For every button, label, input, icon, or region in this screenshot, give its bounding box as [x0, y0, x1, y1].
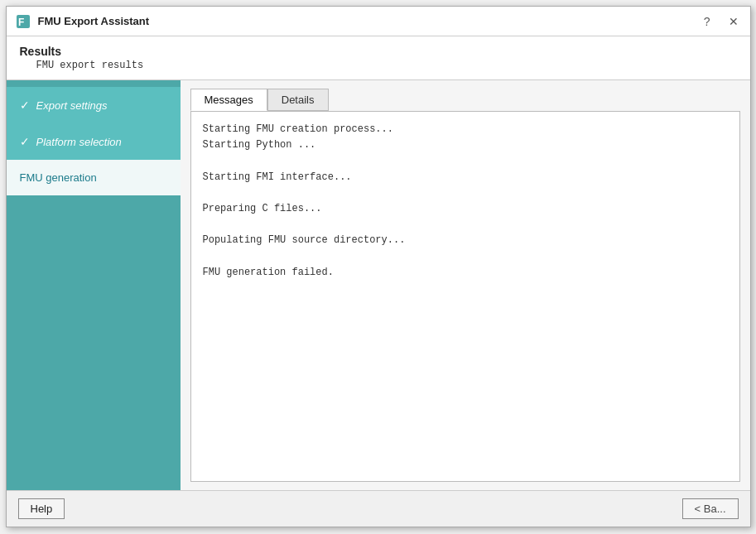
footer-right: < Ba... — [682, 498, 739, 519]
log-panel: Starting FMU creation process... Startin… — [190, 111, 740, 482]
sidebar: ✓ Export settings ✓ Platform selection F… — [7, 80, 181, 490]
tab-bar: Messages Details — [190, 89, 740, 111]
window-title: FMU Export Assistant — [38, 15, 150, 27]
results-subtitle: FMU export results — [36, 60, 737, 71]
app-icon: F — [15, 13, 31, 30]
results-header: Results FMU export results — [7, 36, 750, 80]
sidebar-item-export-settings[interactable]: ✓ Export settings — [7, 87, 181, 123]
sidebar-item-platform-selection[interactable]: ✓ Platform selection — [7, 123, 181, 160]
tab-messages[interactable]: Messages — [190, 89, 267, 111]
check-icon-platform: ✓ — [20, 135, 30, 148]
tab-details[interactable]: Details — [267, 89, 329, 111]
main-content: ✓ Export settings ✓ Platform selection F… — [7, 80, 750, 490]
svg-text:F: F — [18, 17, 24, 28]
right-panel: Messages Details Starting FMU creation p… — [181, 80, 750, 490]
sidebar-label-platform-selection: Platform selection — [36, 136, 122, 148]
log-content: Starting FMU creation process... Startin… — [203, 122, 728, 281]
close-button[interactable]: ✕ — [725, 13, 742, 30]
help-footer-button[interactable]: Help — [18, 498, 65, 519]
check-icon-export: ✓ — [20, 99, 30, 112]
footer-left: Help — [18, 498, 65, 519]
sidebar-label-fmu-generation: FMU generation — [20, 171, 97, 184]
title-bar: F FMU Export Assistant ? ✕ — [7, 7, 750, 36]
sidebar-item-fmu-generation[interactable]: FMU generation — [7, 160, 181, 195]
help-button[interactable]: ? — [701, 13, 714, 30]
sidebar-label-export-settings: Export settings — [36, 99, 108, 112]
results-title: Results — [20, 45, 737, 58]
back-button[interactable]: < Ba... — [682, 498, 739, 519]
title-bar-left: F FMU Export Assistant — [15, 13, 150, 30]
title-bar-right: ? ✕ — [701, 13, 742, 30]
main-window: F FMU Export Assistant ? ✕ Results FMU e… — [6, 6, 751, 527]
footer: Help < Ba... — [7, 490, 750, 527]
